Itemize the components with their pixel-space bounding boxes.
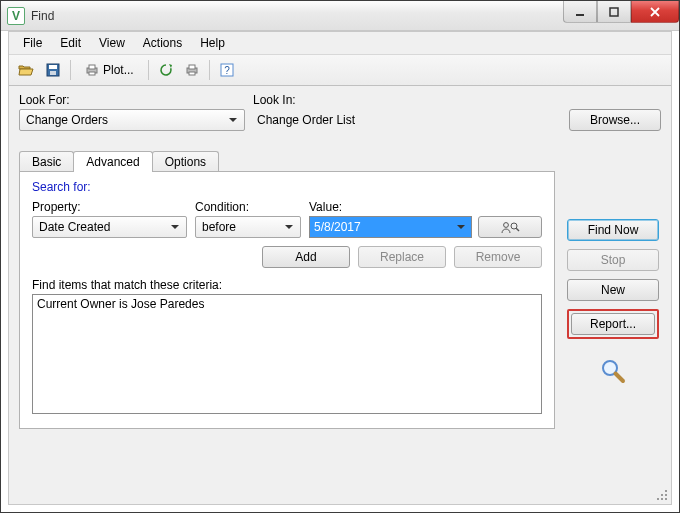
menu-edit[interactable]: Edit (52, 34, 89, 52)
menu-actions[interactable]: Actions (135, 34, 190, 52)
open-button[interactable] (13, 58, 39, 82)
app-icon: V (7, 7, 25, 25)
right-actions: Find Now Stop New Report... (567, 219, 659, 385)
property-value: Date Created (39, 220, 110, 234)
refresh-button[interactable] (154, 58, 178, 82)
window-title: Find (31, 9, 54, 23)
search-graphic (567, 357, 659, 385)
value-input[interactable] (309, 216, 472, 238)
folder-open-icon (18, 63, 34, 77)
save-button[interactable] (41, 58, 65, 82)
stop-button[interactable]: Stop (567, 249, 659, 271)
lookfor-label: Look For: (19, 93, 245, 107)
menu-view[interactable]: View (91, 34, 133, 52)
report-button[interactable]: Report... (571, 313, 655, 335)
printer-icon (85, 63, 99, 77)
svg-rect-16 (665, 490, 667, 492)
print-button[interactable] (180, 58, 204, 82)
tabpanel-advanced: Search for: Property: Date Created Condi… (19, 171, 555, 429)
svg-rect-4 (50, 71, 56, 75)
tab-advanced[interactable]: Advanced (73, 151, 152, 172)
menu-file[interactable]: File (15, 34, 50, 52)
svg-rect-17 (661, 494, 663, 496)
maximize-button[interactable] (597, 1, 631, 23)
titlebar[interactable]: V Find (1, 1, 679, 31)
menu-help[interactable]: Help (192, 34, 233, 52)
property-combo[interactable]: Date Created (32, 216, 187, 238)
magnifier-icon (599, 357, 627, 385)
property-label: Property: (32, 200, 187, 214)
replace-button[interactable]: Replace (358, 246, 446, 268)
lookin-value: Change Order List (253, 109, 561, 131)
browse-button[interactable]: Browse... (569, 109, 661, 131)
help-icon: ? (220, 63, 234, 77)
toolbar: Plot... ? (9, 55, 671, 86)
svg-rect-20 (661, 498, 663, 500)
svg-rect-21 (665, 498, 667, 500)
person-search-icon (500, 220, 520, 234)
resize-grip[interactable] (655, 488, 669, 502)
svg-point-14 (511, 223, 517, 229)
tab-basic[interactable]: Basic (19, 151, 74, 172)
lookup-button[interactable] (478, 216, 542, 238)
svg-rect-6 (89, 65, 95, 69)
condition-label: Condition: (195, 200, 301, 214)
new-button[interactable]: New (567, 279, 659, 301)
svg-rect-10 (189, 72, 195, 75)
print-icon (185, 63, 199, 77)
find-window: V Find File Edit View Actions Help (0, 0, 680, 513)
svg-rect-9 (189, 65, 195, 69)
report-highlight: Report... (567, 309, 659, 339)
condition-value: before (202, 220, 236, 234)
plot-button-label: Plot... (103, 63, 134, 77)
help-button[interactable]: ? (215, 58, 239, 82)
svg-point-13 (504, 223, 509, 228)
tabstrip: Basic Advanced Options (19, 147, 555, 171)
svg-text:?: ? (224, 65, 230, 76)
remove-button[interactable]: Remove (454, 246, 542, 268)
add-button[interactable]: Add (262, 246, 350, 268)
svg-rect-7 (89, 72, 95, 75)
lookfor-value: Change Orders (26, 113, 108, 127)
save-icon (46, 63, 60, 77)
lookfor-combo[interactable]: Change Orders (19, 109, 245, 131)
svg-rect-3 (49, 65, 57, 69)
menubar: File Edit View Actions Help (9, 32, 671, 55)
criteria-label: Find items that match these criteria: (32, 278, 542, 292)
tab-options[interactable]: Options (152, 151, 219, 172)
plot-button[interactable]: Plot... (76, 58, 143, 82)
close-button[interactable] (631, 1, 679, 23)
svg-rect-1 (610, 8, 618, 16)
value-date-dropdown[interactable] (309, 216, 472, 238)
svg-rect-0 (576, 14, 584, 16)
value-label: Value: (309, 200, 542, 214)
search-for-label: Search for: (32, 180, 542, 194)
minimize-button[interactable] (563, 1, 597, 23)
criteria-item[interactable]: Current Owner is Jose Paredes (37, 297, 537, 311)
find-now-button[interactable]: Find Now (567, 219, 659, 241)
svg-rect-18 (665, 494, 667, 496)
refresh-icon (159, 63, 173, 77)
svg-rect-19 (657, 498, 659, 500)
criteria-list[interactable]: Current Owner is Jose Paredes (32, 294, 542, 414)
condition-combo[interactable]: before (195, 216, 301, 238)
lookin-label: Look In: (253, 93, 561, 107)
